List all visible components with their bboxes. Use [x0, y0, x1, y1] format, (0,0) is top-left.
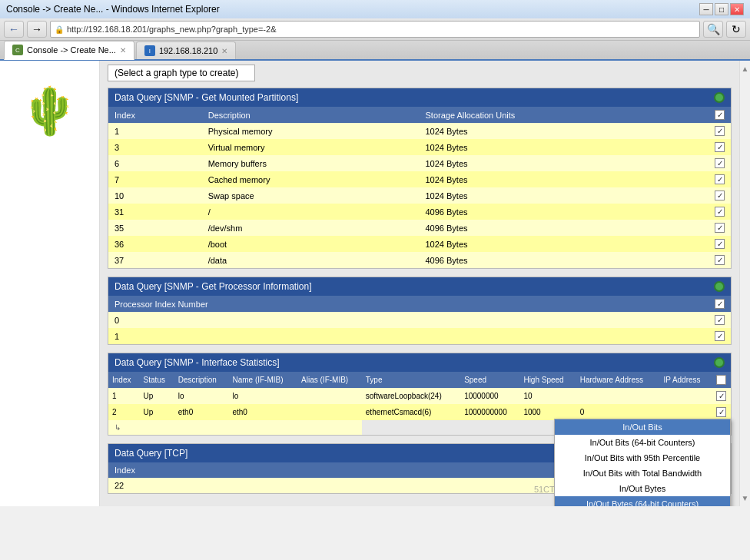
- title-bar: Console -> Create Ne... - Windows Intern…: [0, 0, 750, 18]
- iface-speed-2: 1000000000: [460, 404, 519, 420]
- partition-storage-3: 1024 Bytes: [419, 171, 709, 187]
- dropdown-item-inout-bits-bw[interactable]: In/Out Bits with Total Bandwidth: [555, 466, 730, 481]
- dropdown-item-inout-bits-64[interactable]: In/Out Bits (64-bit Counters): [555, 435, 730, 450]
- tab-favicon-console: C: [12, 45, 23, 55]
- tab-bar: C Console -> Create Ne... ✕ I 192.168.18…: [0, 41, 750, 61]
- back-button[interactable]: ←: [4, 21, 24, 38]
- partition-cb-0: [709, 123, 731, 139]
- snmp-interface-bracket: [SNMP - Interface Statistics]: [164, 357, 280, 368]
- nav-bar: ← → 🔒 http://192.168.18.201/graphs_new.p…: [0, 18, 750, 41]
- partition-cb-3: [709, 171, 731, 187]
- partition-cb-7: [709, 236, 731, 252]
- partition-storage-0: 1024 Bytes: [419, 123, 709, 139]
- partition-index-1: 3: [108, 139, 202, 155]
- partition-checkbox-5[interactable]: [715, 207, 725, 217]
- partition-row-0: 1 Physical memory 1024 Bytes: [108, 123, 731, 139]
- proc-select-all[interactable]: [715, 299, 725, 309]
- partition-index-4: 10: [108, 187, 202, 204]
- graph-type-dropdown-cell: In/Out Bits In/Out Bits (64-bit Counters…: [712, 420, 731, 435]
- partition-row-7: 36 /boot 1024 Bytes: [108, 236, 731, 252]
- forward-button[interactable]: →: [27, 21, 47, 38]
- iface-hwaddr-2: 0: [576, 404, 660, 420]
- iface-hwaddr-1: [576, 388, 660, 404]
- dropdown-item-inout-bits-95[interactable]: In/Out Bits with 95th Percentile: [555, 450, 730, 466]
- snmp-processor-title: Data Query [SNMP - Get Processor Informa…: [114, 281, 312, 292]
- processor-index-1: 1: [108, 328, 709, 344]
- tab-close-ip[interactable]: ✕: [221, 47, 227, 55]
- iface-type-2: ethernetCsmacd(6): [362, 404, 460, 420]
- proc-checkbox-0[interactable]: [715, 315, 725, 325]
- col-iface-desc: Description: [174, 372, 229, 388]
- tab-close-console[interactable]: ✕: [120, 46, 126, 55]
- iface-name-2: eth0: [228, 404, 297, 420]
- iface-alias-2: [297, 404, 362, 420]
- snmp-interface-status-dot[interactable]: [714, 357, 725, 368]
- partition-row-5: 31 / 4096 Bytes: [108, 204, 731, 220]
- snmp-interface-section: Data Query [SNMP - Interface Statistics]…: [108, 353, 732, 436]
- partition-row-8: 37 /data 4096 Bytes: [108, 252, 731, 268]
- iface-select-all[interactable]: [716, 375, 726, 385]
- iface-ip-2: [659, 404, 712, 420]
- snmp-partitions-status-dot[interactable]: [714, 92, 725, 103]
- iface-row-1: 1 Up lo lo softwareLoopback(24) 10000000…: [108, 388, 731, 404]
- partition-index-2: 6: [108, 155, 202, 171]
- iface-row-2: 2 Up eth0 eth0 ethernetCsmacd(6) 1000000…: [108, 404, 731, 420]
- partition-checkbox-8[interactable]: [715, 255, 725, 265]
- iface-cb-2[interactable]: [716, 407, 726, 417]
- tab-ip[interactable]: I 192.168.18.210 ✕: [136, 41, 236, 59]
- partition-checkbox-7[interactable]: [715, 239, 725, 249]
- dropdown-bar: (Select a graph type to create): [108, 65, 732, 81]
- iface-cb-1[interactable]: [716, 391, 726, 401]
- partition-row-6: 35 /dev/shm 4096 Bytes: [108, 220, 731, 236]
- col-iface-highspeed: High Speed: [519, 372, 576, 388]
- dropdown-item-inout-bits[interactable]: In/Out Bits: [555, 419, 730, 435]
- close-button[interactable]: ✕: [730, 3, 744, 15]
- partition-cb-1: [709, 139, 731, 155]
- col-checkbox-header: [709, 107, 731, 123]
- maximize-button[interactable]: □: [715, 3, 728, 15]
- proc-checkbox-1[interactable]: [715, 331, 725, 341]
- graph-type-select[interactable]: (Select a graph type to create): [108, 65, 255, 81]
- select-all-checkbox[interactable]: [715, 110, 725, 120]
- dropdown-item-inout-bytes-64[interactable]: In/Out Bytes (64-bit Counters): [555, 496, 730, 506]
- address-bar[interactable]: 🔒 http://192.168.18.201/graphs_new.php?g…: [50, 21, 700, 38]
- dropdown-item-inout-bytes[interactable]: In/Out Bytes: [555, 481, 730, 496]
- snmp-processor-status-dot[interactable]: [714, 281, 725, 292]
- partition-cb-2: [709, 155, 731, 171]
- partition-checkbox-2[interactable]: [715, 158, 725, 168]
- processor-row-1: 1: [108, 328, 731, 344]
- snmp-processor-header: Data Query [SNMP - Get Processor Informa…: [108, 277, 731, 296]
- partition-storage-8: 4096 Bytes: [419, 252, 709, 268]
- processor-cb-0: [709, 312, 731, 328]
- minimize-button[interactable]: ─: [699, 3, 713, 15]
- partition-desc-8: /data: [202, 252, 420, 268]
- col-description: Description: [202, 107, 420, 123]
- partition-storage-2: 1024 Bytes: [419, 155, 709, 171]
- iface-arrow-row: ↳ Select a graph type: In/Out Bits In/Ou…: [108, 420, 731, 435]
- partition-checkbox-4[interactable]: [715, 191, 725, 200]
- partition-cb-6: [709, 220, 731, 236]
- snmp-processor-bracket: [SNMP - Get Processor Information]: [164, 281, 312, 292]
- refresh-button[interactable]: ↻: [726, 21, 746, 38]
- partition-checkbox-6[interactable]: [715, 223, 725, 233]
- tab-console[interactable]: C Console -> Create Ne... ✕: [4, 41, 134, 60]
- col-iface-alias: Alias (IF-MIB): [297, 372, 362, 388]
- partition-desc-6: /dev/shm: [202, 220, 420, 236]
- partition-checkbox-3[interactable]: [715, 174, 725, 184]
- iface-desc-1: lo: [174, 388, 229, 404]
- iface-highspeed-2: 1000: [519, 404, 576, 420]
- partition-checkbox-0[interactable]: [715, 126, 725, 136]
- col-iface-hwaddr: Hardware Address: [576, 372, 660, 388]
- cactus-logo: 🌵: [21, 84, 78, 138]
- tab-label-ip: 192.168.18.210: [159, 46, 217, 55]
- partition-row-4: 10 Swap space 1024 Bytes: [108, 187, 731, 204]
- search-button[interactable]: 🔍: [703, 21, 723, 38]
- snmp-partitions-header: Data Query [SNMP - Get Mounted Partition…: [108, 88, 731, 107]
- iface-index-2: 2: [108, 404, 140, 420]
- snmp-partitions-bracket: [SNMP - Get Mounted Partitions]: [164, 92, 299, 103]
- partition-checkbox-1[interactable]: [715, 142, 725, 152]
- partition-desc-3: Cached memory: [202, 171, 420, 187]
- partition-index-6: 35: [108, 220, 202, 236]
- partition-cb-4: [709, 187, 731, 204]
- scrollbar[interactable]: ▲ ▼: [739, 61, 750, 506]
